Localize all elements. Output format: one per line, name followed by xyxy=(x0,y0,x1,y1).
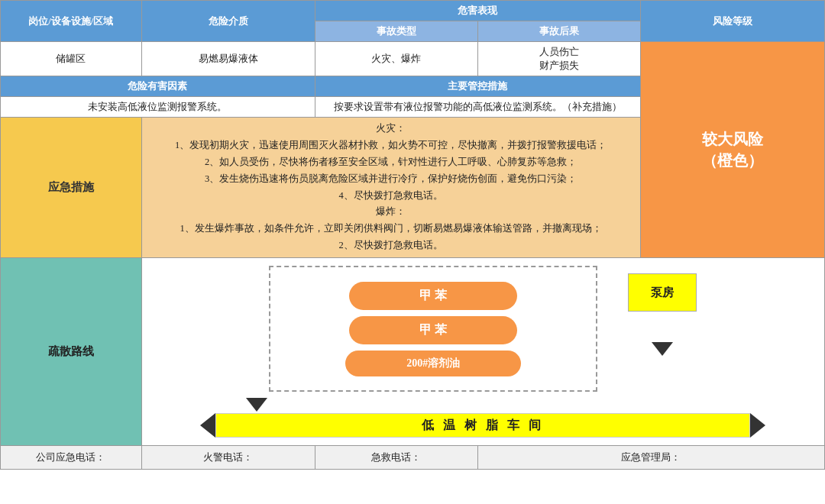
tank2: 甲 苯 xyxy=(349,316,517,344)
tank3: 200#溶剂油 xyxy=(345,351,521,376)
footer-fire-phone: 火警电话： xyxy=(141,446,315,470)
location-cell: 储罐区 xyxy=(1,42,142,76)
emergency-label: 应急措施 xyxy=(1,118,142,258)
col-medium-header: 危险介质 xyxy=(141,1,315,42)
evacuation-arrow-row: 低 温 树 脂 车 间 xyxy=(200,413,765,438)
medium-cell: 易燃易爆液体 xyxy=(141,42,315,76)
col-accident-type-header: 事故类型 xyxy=(315,21,477,42)
control-label: 主要管控措施 xyxy=(315,76,640,97)
evacuation-label: 疏散路线 xyxy=(1,258,142,446)
left-down-arrow xyxy=(246,398,267,412)
hazard-content: 未安装高低液位监测报警系统。 xyxy=(1,97,315,118)
emergency-content: 火灾： 1、发现初期火灾，迅速使用周围灭火器材扑救，如火势不可控，尽快撤离，并拨… xyxy=(141,118,640,258)
pump-room-box: 泵房 xyxy=(628,273,697,312)
storage-area-box: 甲 苯 甲 苯 200#溶剂油 xyxy=(269,266,597,392)
footer-authority: 应急管理局： xyxy=(477,446,824,470)
building-label: 低 温 树 脂 车 间 xyxy=(215,413,750,438)
col-consequence-header: 事故后果 xyxy=(477,21,640,42)
control-content: 按要求设置带有液位报警功能的高低液位监测系统。（补充措施） xyxy=(315,97,640,118)
col-hazard-header: 危害表现 xyxy=(315,1,640,21)
tank1: 甲 苯 xyxy=(349,282,517,310)
risk-level-cell: 较大风险 （橙色） xyxy=(640,42,824,258)
right-down-arrow xyxy=(652,342,673,356)
right-arrow-head xyxy=(750,413,765,438)
footer-company-phone: 公司应急电话： xyxy=(1,446,142,470)
col-risk-header: 风险等级 xyxy=(640,1,824,42)
footer-rescue-phone: 急救电话： xyxy=(315,446,477,470)
consequence-cell: 人员伤亡 财产损失 xyxy=(477,42,640,76)
col-location-header: 岗位/设备设施/区域 xyxy=(1,1,142,42)
left-arrow-head xyxy=(200,413,215,438)
hazard-label: 危险有害因素 xyxy=(1,76,315,97)
accident-type-cell: 火灾、爆炸 xyxy=(315,42,477,76)
evacuation-diagram: 甲 苯 甲 苯 200#溶剂油 泵房 xyxy=(141,258,824,446)
